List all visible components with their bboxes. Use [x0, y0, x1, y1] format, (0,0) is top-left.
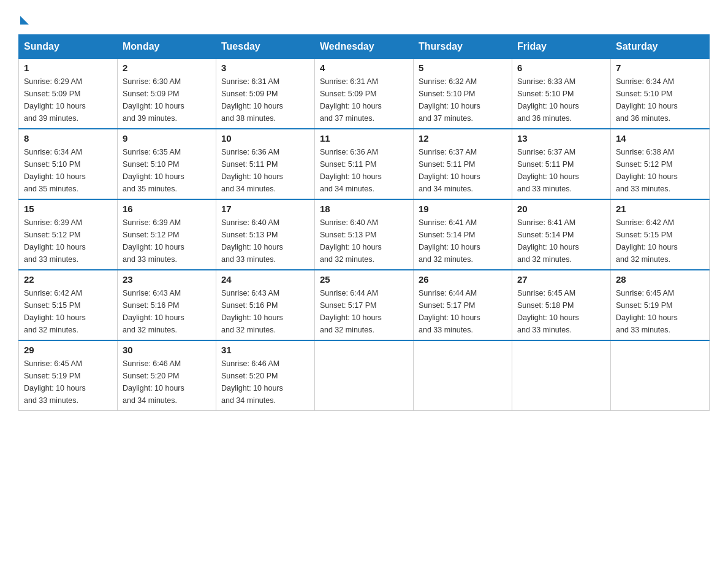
calendar-cell: 9 Sunrise: 6:35 AM Sunset: 5:10 PM Dayli…: [118, 129, 216, 199]
day-number: 21: [616, 204, 704, 214]
calendar-cell: 3 Sunrise: 6:31 AM Sunset: 5:09 PM Dayli…: [216, 59, 315, 129]
day-info: Sunrise: 6:44 AM Sunset: 5:17 PM Dayligh…: [320, 287, 408, 336]
calendar-cell: 4 Sunrise: 6:31 AM Sunset: 5:09 PM Dayli…: [315, 59, 414, 129]
day-info: Sunrise: 6:34 AM Sunset: 5:10 PM Dayligh…: [616, 75, 704, 124]
day-number: 23: [123, 274, 211, 285]
calendar-cell: 28 Sunrise: 6:45 AM Sunset: 5:19 PM Dayl…: [611, 270, 710, 340]
day-info: Sunrise: 6:32 AM Sunset: 5:10 PM Dayligh…: [419, 75, 507, 124]
day-number: 20: [517, 204, 605, 214]
day-info: Sunrise: 6:35 AM Sunset: 5:10 PM Dayligh…: [123, 146, 211, 195]
day-info: Sunrise: 6:37 AM Sunset: 5:11 PM Dayligh…: [517, 146, 605, 195]
calendar-week-row: 1 Sunrise: 6:29 AM Sunset: 5:09 PM Dayli…: [19, 59, 710, 129]
day-number: 7: [616, 63, 704, 73]
calendar-cell: 15 Sunrise: 6:39 AM Sunset: 5:12 PM Dayl…: [19, 199, 118, 270]
day-number: 29: [24, 345, 112, 355]
calendar-cell: 17 Sunrise: 6:40 AM Sunset: 5:13 PM Dayl…: [216, 199, 315, 270]
day-number: 4: [320, 63, 408, 73]
day-info: Sunrise: 6:33 AM Sunset: 5:10 PM Dayligh…: [517, 75, 605, 124]
day-number: 5: [419, 63, 507, 73]
day-number: 2: [123, 63, 211, 73]
day-number: 19: [419, 204, 507, 214]
day-number: 12: [419, 133, 507, 144]
page-header: [18, 12, 710, 22]
weekday-header-wednesday: Wednesday: [315, 35, 414, 59]
day-info: Sunrise: 6:37 AM Sunset: 5:11 PM Dayligh…: [419, 146, 507, 195]
calendar-cell: 16 Sunrise: 6:39 AM Sunset: 5:12 PM Dayl…: [118, 199, 216, 270]
day-info: Sunrise: 6:40 AM Sunset: 5:13 PM Dayligh…: [320, 216, 408, 266]
calendar-cell: 12 Sunrise: 6:37 AM Sunset: 5:11 PM Dayl…: [414, 129, 512, 199]
day-number: 22: [24, 274, 112, 285]
weekday-header-row: SundayMondayTuesdayWednesdayThursdayFrid…: [19, 35, 710, 59]
calendar-cell: 25 Sunrise: 6:44 AM Sunset: 5:17 PM Dayl…: [315, 270, 414, 340]
day-number: 18: [320, 204, 408, 214]
calendar-cell: 19 Sunrise: 6:41 AM Sunset: 5:14 PM Dayl…: [414, 199, 512, 270]
calendar-week-row: 22 Sunrise: 6:42 AM Sunset: 5:15 PM Dayl…: [19, 270, 710, 340]
day-number: 13: [517, 133, 605, 144]
day-info: Sunrise: 6:39 AM Sunset: 5:12 PM Dayligh…: [123, 216, 211, 266]
day-info: Sunrise: 6:46 AM Sunset: 5:20 PM Dayligh…: [221, 358, 309, 407]
day-info: Sunrise: 6:38 AM Sunset: 5:12 PM Dayligh…: [616, 146, 704, 195]
day-number: 16: [123, 204, 211, 214]
day-info: Sunrise: 6:46 AM Sunset: 5:20 PM Dayligh…: [123, 358, 211, 407]
calendar-cell: 8 Sunrise: 6:34 AM Sunset: 5:10 PM Dayli…: [19, 129, 118, 199]
calendar-cell: [315, 340, 414, 411]
day-number: 11: [320, 133, 408, 144]
calendar-cell: 30 Sunrise: 6:46 AM Sunset: 5:20 PM Dayl…: [118, 340, 216, 411]
calendar-cell: [512, 340, 611, 411]
day-info: Sunrise: 6:41 AM Sunset: 5:14 PM Dayligh…: [419, 216, 507, 266]
day-number: 26: [419, 274, 507, 285]
calendar-week-row: 29 Sunrise: 6:45 AM Sunset: 5:19 PM Dayl…: [19, 340, 710, 411]
logo: [18, 12, 29, 22]
day-info: Sunrise: 6:41 AM Sunset: 5:14 PM Dayligh…: [517, 216, 605, 266]
day-info: Sunrise: 6:30 AM Sunset: 5:09 PM Dayligh…: [123, 75, 211, 124]
day-info: Sunrise: 6:36 AM Sunset: 5:11 PM Dayligh…: [320, 146, 408, 195]
day-number: 9: [123, 133, 211, 144]
calendar-week-row: 15 Sunrise: 6:39 AM Sunset: 5:12 PM Dayl…: [19, 199, 710, 270]
day-number: 17: [221, 204, 309, 214]
day-number: 27: [517, 274, 605, 285]
logo-triangle-icon: [20, 16, 29, 25]
weekday-header-sunday: Sunday: [19, 35, 118, 59]
calendar-cell: 22 Sunrise: 6:42 AM Sunset: 5:15 PM Dayl…: [19, 270, 118, 340]
day-info: Sunrise: 6:36 AM Sunset: 5:11 PM Dayligh…: [221, 146, 309, 195]
day-info: Sunrise: 6:44 AM Sunset: 5:17 PM Dayligh…: [419, 287, 507, 336]
day-number: 15: [24, 204, 112, 214]
calendar-cell: 2 Sunrise: 6:30 AM Sunset: 5:09 PM Dayli…: [118, 59, 216, 129]
calendar-cell: 26 Sunrise: 6:44 AM Sunset: 5:17 PM Dayl…: [414, 270, 512, 340]
day-number: 8: [24, 133, 112, 144]
day-info: Sunrise: 6:45 AM Sunset: 5:19 PM Dayligh…: [24, 358, 112, 407]
weekday-header-thursday: Thursday: [414, 35, 512, 59]
day-number: 3: [221, 63, 309, 73]
day-info: Sunrise: 6:31 AM Sunset: 5:09 PM Dayligh…: [221, 75, 309, 124]
calendar-cell: 14 Sunrise: 6:38 AM Sunset: 5:12 PM Dayl…: [611, 129, 710, 199]
day-info: Sunrise: 6:31 AM Sunset: 5:09 PM Dayligh…: [320, 75, 408, 124]
day-number: 1: [24, 63, 112, 73]
day-info: Sunrise: 6:40 AM Sunset: 5:13 PM Dayligh…: [221, 216, 309, 266]
day-info: Sunrise: 6:29 AM Sunset: 5:09 PM Dayligh…: [24, 75, 112, 124]
calendar-cell: 27 Sunrise: 6:45 AM Sunset: 5:18 PM Dayl…: [512, 270, 611, 340]
day-info: Sunrise: 6:45 AM Sunset: 5:19 PM Dayligh…: [616, 287, 704, 336]
weekday-header-monday: Monday: [118, 35, 216, 59]
day-info: Sunrise: 6:39 AM Sunset: 5:12 PM Dayligh…: [24, 216, 112, 266]
calendar-cell: 20 Sunrise: 6:41 AM Sunset: 5:14 PM Dayl…: [512, 199, 611, 270]
weekday-header-saturday: Saturday: [611, 35, 710, 59]
calendar-cell: 23 Sunrise: 6:43 AM Sunset: 5:16 PM Dayl…: [118, 270, 216, 340]
day-info: Sunrise: 6:42 AM Sunset: 5:15 PM Dayligh…: [24, 287, 112, 336]
calendar-cell: 1 Sunrise: 6:29 AM Sunset: 5:09 PM Dayli…: [19, 59, 118, 129]
calendar-cell: 24 Sunrise: 6:43 AM Sunset: 5:16 PM Dayl…: [216, 270, 315, 340]
day-number: 14: [616, 133, 704, 144]
calendar-cell: 10 Sunrise: 6:36 AM Sunset: 5:11 PM Dayl…: [216, 129, 315, 199]
day-info: Sunrise: 6:45 AM Sunset: 5:18 PM Dayligh…: [517, 287, 605, 336]
day-number: 25: [320, 274, 408, 285]
calendar-cell: 13 Sunrise: 6:37 AM Sunset: 5:11 PM Dayl…: [512, 129, 611, 199]
calendar-week-row: 8 Sunrise: 6:34 AM Sunset: 5:10 PM Dayli…: [19, 129, 710, 199]
day-info: Sunrise: 6:43 AM Sunset: 5:16 PM Dayligh…: [123, 287, 211, 336]
calendar-cell: 18 Sunrise: 6:40 AM Sunset: 5:13 PM Dayl…: [315, 199, 414, 270]
calendar-cell: 21 Sunrise: 6:42 AM Sunset: 5:15 PM Dayl…: [611, 199, 710, 270]
day-number: 10: [221, 133, 309, 144]
calendar-cell: [611, 340, 710, 411]
weekday-header-friday: Friday: [512, 35, 611, 59]
day-number: 24: [221, 274, 309, 285]
day-info: Sunrise: 6:34 AM Sunset: 5:10 PM Dayligh…: [24, 146, 112, 195]
day-info: Sunrise: 6:42 AM Sunset: 5:15 PM Dayligh…: [616, 216, 704, 266]
